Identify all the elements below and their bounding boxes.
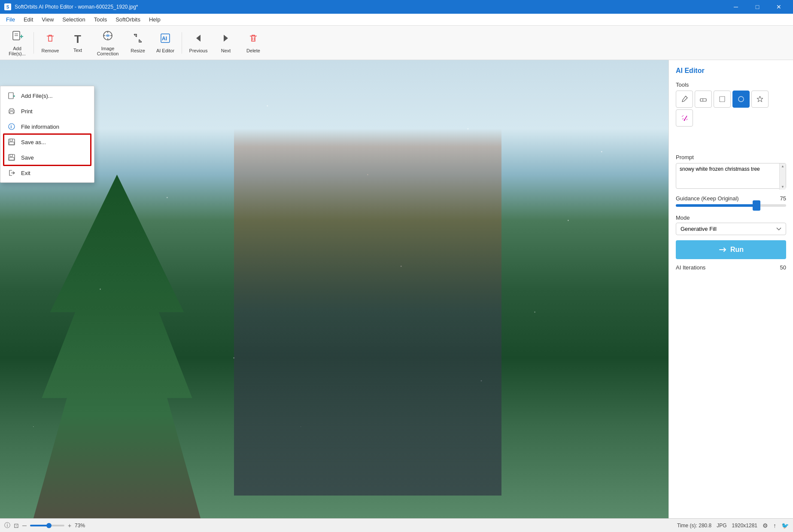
mode-select[interactable]: Generative Fill Inpainting Outpainting — [676, 223, 786, 235]
ai-iterations-row: AI Iterations 50 — [676, 264, 786, 271]
mode-label: Mode — [676, 215, 786, 221]
menu-print-label: Print — [21, 108, 33, 115]
svg-rect-17 — [10, 109, 13, 110]
zoom-out-icon[interactable]: ─ — [22, 522, 27, 529]
toolbar-next[interactable]: Next — [213, 28, 239, 57]
status-bar: ⓘ ⊡ ─ + 73% Time (s): 280.8 JPG 1920x128… — [0, 518, 793, 532]
guidance-label: Guidance (Keep Original) — [676, 195, 739, 202]
tool-rectangle[interactable] — [714, 91, 731, 108]
twitter-icon[interactable]: 🐦 — [781, 522, 789, 529]
share-icon[interactable]: ↑ — [773, 522, 776, 529]
settings-icon[interactable]: ⚙ — [763, 522, 768, 529]
canvas-area[interactable]: Add File(s)... Print i — [0, 60, 668, 518]
save-as-menu-icon — [7, 138, 16, 146]
remove-label: Remove — [42, 48, 59, 53]
run-button[interactable]: Run — [676, 240, 786, 259]
svg-rect-29 — [720, 97, 725, 102]
fit-icon[interactable]: ⊡ — [14, 522, 19, 529]
previous-icon — [193, 33, 204, 46]
ai-iterations-label: AI Iterations — [676, 264, 705, 271]
toolbar: Add File(s)... Remove T Text Image Corre… — [0, 26, 793, 60]
svg-rect-24 — [10, 154, 12, 157]
menu-file-information-label: File information — [21, 124, 59, 130]
tools-section: Tools — [676, 82, 786, 127]
menu-save-label: Save — [21, 154, 34, 161]
format-label: JPG — [717, 523, 726, 529]
svg-point-37 — [684, 120, 685, 121]
svg-rect-21 — [10, 139, 12, 141]
toolbar-delete[interactable]: Delete — [240, 28, 266, 57]
time-label: Time (s): 280.8 — [677, 523, 711, 529]
svg-text:i: i — [11, 124, 12, 129]
mode-section: Mode Generative Fill Inpainting Outpaint… — [676, 215, 786, 235]
tool-eraser[interactable] — [695, 91, 712, 108]
next-label: Next — [221, 48, 231, 53]
toolbar-image-correction[interactable]: Image Correction — [92, 28, 123, 57]
guidance-thumb[interactable] — [753, 200, 760, 211]
tools-row — [676, 91, 786, 127]
toolbar-previous[interactable]: Previous — [185, 28, 211, 57]
toolbar-text[interactable]: T Text — [65, 28, 91, 57]
minimize-button[interactable]: ─ — [726, 0, 746, 14]
delete-icon — [248, 33, 259, 46]
svg-line-36 — [687, 119, 687, 120]
tool-lasso[interactable] — [732, 91, 750, 108]
canvas-background — [0, 60, 668, 518]
save-menu-icon — [7, 153, 16, 162]
exit-menu-icon — [7, 169, 16, 177]
zoom-level: 73% — [75, 523, 85, 529]
toolbar-ai-editor[interactable]: AI AI Editor — [152, 28, 178, 57]
menu-item-file[interactable]: File — [2, 15, 19, 24]
prompt-wrapper: snowy white frozen christmass tree ▲ ▼ — [676, 163, 786, 190]
next-icon — [220, 33, 231, 46]
tool-star[interactable] — [751, 91, 769, 108]
previous-label: Previous — [189, 48, 208, 53]
info-menu-icon: i — [7, 122, 16, 131]
print-menu-icon — [7, 107, 16, 115]
svg-marker-9 — [224, 35, 228, 42]
zoom-slider[interactable] — [30, 525, 64, 526]
title-bar: S SoftOrbits AI Photo Editor - woman-600… — [0, 0, 793, 14]
remove-icon — [45, 33, 56, 46]
toolbar-sep-2 — [182, 32, 182, 54]
toolbar-resize[interactable]: Resize — [125, 28, 151, 57]
menu-item-view[interactable]: View — [37, 15, 58, 24]
menu-item-tools[interactable]: Tools — [90, 15, 111, 24]
menu-item-help[interactable]: Help — [145, 15, 165, 24]
add-files-label: Add File(s)... — [6, 46, 28, 56]
svg-point-31 — [738, 97, 744, 102]
zoom-thumb[interactable] — [46, 523, 52, 528]
guidance-row: Guidance (Keep Original) 75 — [676, 195, 786, 202]
ai-iterations-value: 50 — [780, 264, 786, 271]
menu-item-edit[interactable]: Edit — [19, 15, 37, 24]
close-button[interactable]: ✕ — [769, 0, 789, 14]
prompt-textarea[interactable]: snowy white frozen christmass tree — [676, 163, 786, 189]
menu-exit[interactable]: Exit — [0, 165, 94, 181]
right-panel: AI Editor Tools — [668, 60, 793, 518]
tool-wand[interactable] — [676, 109, 693, 127]
zoom-in-icon[interactable]: + — [68, 522, 71, 529]
image-correction-icon — [102, 30, 114, 44]
guidance-section: Guidance (Keep Original) 75 — [676, 195, 786, 209]
text-icon: T — [74, 33, 81, 46]
menu-save[interactable]: Save — [0, 150, 94, 165]
status-left: ⓘ ⊡ ─ + 73% — [4, 522, 85, 529]
menu-item-selection[interactable]: Selection — [58, 15, 89, 24]
maximize-button[interactable]: □ — [747, 0, 767, 14]
tool-brush[interactable] — [676, 91, 693, 108]
menu-item-softorbits[interactable]: SoftOrbits — [111, 15, 145, 24]
guidance-value: 75 — [780, 195, 786, 202]
zoom-fill — [30, 525, 47, 526]
svg-line-34 — [682, 115, 684, 117]
main-layout: Add File(s)... Print i — [0, 60, 793, 518]
toolbar-add-files[interactable]: Add File(s)... — [4, 28, 30, 57]
menu-add-files[interactable]: Add File(s)... — [0, 88, 94, 103]
info-icon: ⓘ — [4, 522, 10, 529]
menu-file-information[interactable]: i File information — [0, 119, 94, 134]
toolbar-remove[interactable]: Remove — [37, 28, 63, 57]
svg-marker-32 — [757, 96, 763, 102]
menu-save-as[interactable]: Save as... — [0, 134, 94, 150]
guidance-slider[interactable] — [676, 204, 786, 207]
tools-label: Tools — [676, 82, 786, 88]
menu-print[interactable]: Print — [0, 103, 94, 119]
